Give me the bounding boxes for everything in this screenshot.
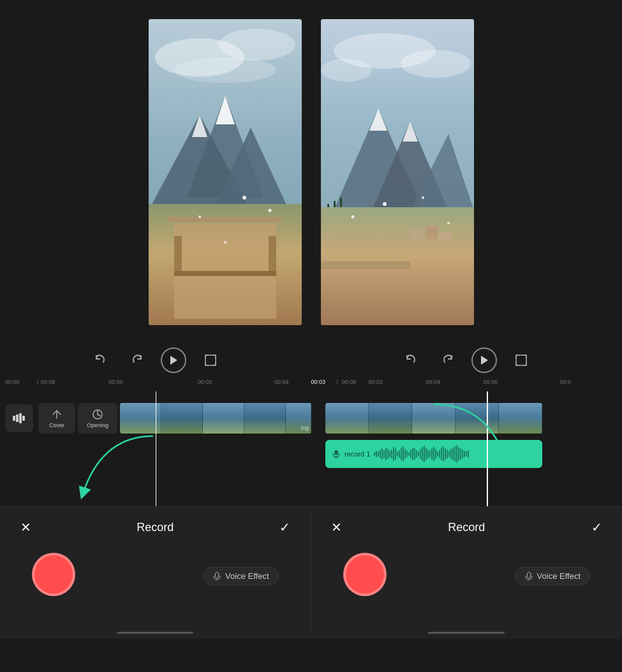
timeline-ruler: 00:00 / 00:08 00:00 · 00:02 · 00:04 00:0… [0, 376, 622, 391]
left-ruler: 00:00 / 00:08 00:00 · 00:02 · 00:04 [0, 376, 311, 391]
preview-area [0, 0, 622, 344]
right-video-preview [321, 19, 474, 325]
right-panel-header: ✕ Record ✓ [311, 507, 623, 543]
arrow-left [64, 430, 166, 506]
left-voice-effect-label: Voice Effect [225, 571, 269, 581]
left-fullscreen-button[interactable] [199, 349, 222, 372]
right-marker-0: 00:02 [369, 379, 383, 385]
left-marker-0: 00:00 [108, 379, 123, 385]
left-marker-dot-2: · [255, 379, 257, 385]
right-record-button[interactable] [343, 553, 387, 596]
opening-label: Opening [87, 422, 108, 428]
left-record-button[interactable] [32, 553, 75, 596]
left-scroll-indicator [117, 632, 193, 634]
cover-label: Cover [49, 422, 64, 428]
record1-track[interactable]: record 1 [325, 440, 542, 468]
left-panel-actions: Voice Effect [0, 548, 311, 601]
svg-rect-45 [16, 414, 19, 422]
cover-button[interactable]: Cover [38, 403, 75, 434]
svg-point-17 [268, 209, 271, 212]
right-play-button[interactable] [471, 347, 497, 373]
right-playhead [487, 391, 488, 506]
left-marker-1: 00:02 [198, 379, 212, 385]
right-undo-button[interactable] [400, 349, 423, 372]
svg-rect-43 [516, 355, 526, 365]
left-panel-header: ✕ Record ✓ [0, 507, 311, 543]
left-controls [0, 344, 311, 376]
right-dot-3: · [541, 379, 543, 385]
svg-rect-44 [13, 416, 15, 421]
svg-point-15 [242, 196, 246, 200]
waveform [374, 445, 536, 463]
svg-rect-35 [321, 261, 410, 269]
right-voice-effect-label: Voice Effect [537, 571, 581, 581]
left-time-total: 00:08 [41, 379, 56, 385]
svg-point-18 [224, 241, 226, 244]
bottom-panels: ✕ Record ✓ Voice Effect ✕ Record ✓ [0, 506, 622, 639]
right-voice-effect-button[interactable]: Voice Effect [515, 567, 590, 585]
svg-point-38 [351, 215, 354, 219]
right-redo-button[interactable] [436, 349, 459, 372]
left-marker-2: 00:04 [274, 379, 289, 385]
svg-rect-10 [168, 217, 283, 222]
undo-button[interactable] [89, 349, 112, 372]
left-video-strip[interactable]: ing [120, 403, 311, 434]
right-dot-2: · [461, 379, 463, 385]
svg-marker-42 [481, 356, 488, 365]
right-marker-1: 00:04 [426, 379, 441, 385]
right-video-strip[interactable] [325, 403, 542, 434]
svg-rect-14 [174, 271, 276, 276]
right-scroll-indicator [428, 632, 505, 634]
audio-track-icon [5, 404, 33, 432]
left-panel-title: Record [137, 521, 174, 534]
right-time-sep: / [337, 379, 339, 385]
left-play-button[interactable] [161, 347, 186, 373]
svg-line-50 [98, 414, 100, 416]
svg-point-36 [383, 202, 387, 206]
right-panel-title: Record [448, 521, 485, 534]
right-confirm-button[interactable]: ✓ [586, 517, 607, 537]
right-panel-actions: Voice Effect [311, 548, 623, 601]
right-record-panel: ✕ Record ✓ Voice Effect [311, 507, 623, 639]
svg-point-21 [401, 50, 471, 78]
svg-marker-40 [170, 356, 177, 365]
timeline-area: Cover Opening ing [0, 391, 622, 506]
svg-point-39 [447, 222, 450, 224]
opening-button[interactable]: Opening [78, 403, 117, 434]
right-marker-2: 00:06 [484, 379, 498, 385]
right-time-current: 00:03 [311, 379, 326, 385]
right-controls [311, 344, 623, 376]
controls-bar [0, 344, 622, 376]
record1-label: record 1 [344, 450, 370, 458]
right-time-total: 00:08 [342, 379, 357, 385]
svg-rect-33 [426, 226, 438, 239]
left-marker-dot-1: · [166, 379, 168, 385]
svg-rect-13 [269, 236, 276, 274]
strip-label: ing [301, 425, 309, 431]
svg-rect-51 [334, 450, 338, 455]
svg-rect-46 [19, 413, 22, 423]
left-playhead [156, 391, 156, 506]
redo-button[interactable] [125, 349, 148, 372]
left-time-current: 00:00 [5, 379, 20, 385]
right-fullscreen-button[interactable] [510, 349, 533, 372]
svg-rect-34 [439, 233, 453, 240]
svg-point-2 [219, 29, 295, 61]
right-dot-1: · [404, 379, 406, 385]
svg-point-3 [174, 57, 276, 83]
left-close-button[interactable]: ✕ [15, 517, 36, 537]
svg-point-16 [198, 215, 201, 218]
left-record-panel: ✕ Record ✓ Voice Effect [0, 507, 311, 639]
left-confirm-button[interactable]: ✓ [275, 517, 295, 537]
svg-rect-47 [22, 416, 25, 421]
right-close-button[interactable]: ✕ [327, 517, 347, 537]
right-marker-3: 00:0 [560, 379, 572, 385]
svg-rect-32 [410, 230, 423, 239]
right-ruler: 00:03 / 00:08 00:02 · 00:04 · 00:06 · 00… [311, 376, 623, 391]
svg-point-22 [321, 59, 372, 82]
left-voice-effect-button[interactable]: Voice Effect [203, 567, 278, 585]
svg-rect-41 [205, 355, 216, 365]
svg-rect-12 [174, 236, 182, 274]
left-video-preview [149, 19, 302, 325]
svg-point-37 [422, 196, 424, 199]
